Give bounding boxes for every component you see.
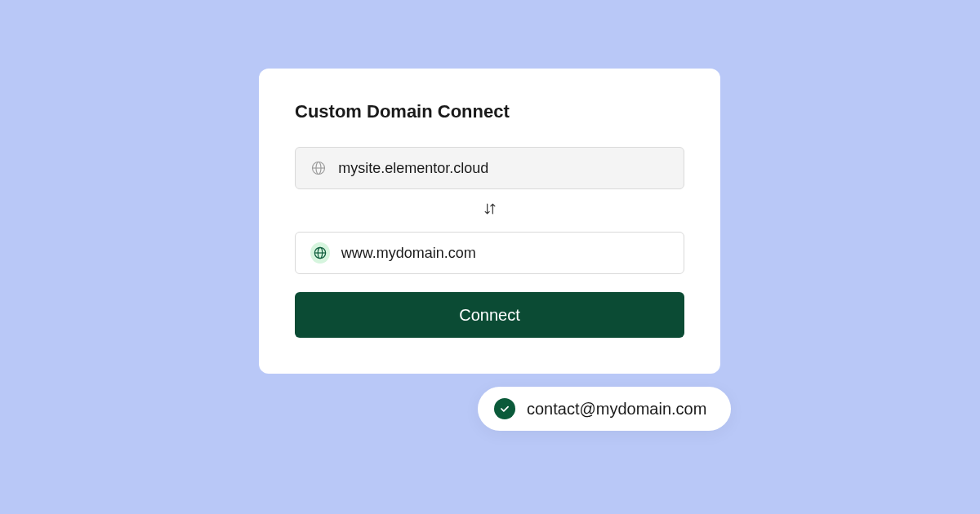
source-domain-field	[295, 147, 684, 189]
email-text: contact@mydomain.com	[527, 400, 706, 419]
swap-arrows-icon	[482, 201, 498, 220]
email-badge: contact@mydomain.com	[478, 387, 731, 431]
swap-row	[295, 189, 684, 232]
connect-button[interactable]: Connect	[295, 292, 684, 338]
globe-icon	[310, 242, 330, 264]
target-domain-input[interactable]	[341, 245, 669, 262]
checkmark-circle-icon	[494, 398, 515, 419]
card-title: Custom Domain Connect	[295, 101, 684, 122]
globe-icon	[310, 159, 327, 177]
domain-connect-card: Custom Domain Connect	[259, 69, 720, 374]
source-domain-input	[338, 160, 669, 177]
target-domain-field[interactable]	[295, 232, 684, 274]
